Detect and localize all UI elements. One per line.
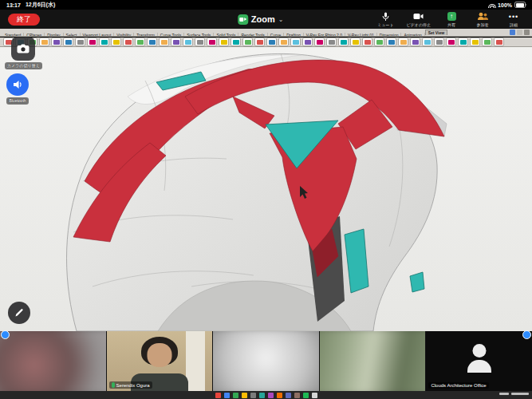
bluetooth-audio-button[interactable]: Bluetooth (6, 73, 29, 105)
shared-screen-viewport[interactable] (0, 47, 532, 331)
more-button[interactable]: ••• 詳細 (503, 12, 524, 27)
participant-tile[interactable] (0, 331, 106, 391)
toolbar-icon[interactable] (99, 38, 109, 46)
taskbar-app-icon[interactable] (286, 393, 291, 398)
menu-tab-transform[interactable]: Transform (134, 33, 158, 38)
mute-button[interactable]: ミュート (376, 12, 396, 27)
participant-tile[interactable] (213, 331, 319, 391)
toolbar-icon[interactable] (494, 38, 504, 46)
camera-switch-button[interactable]: カメラの切り替え (5, 37, 42, 69)
chevron-down-icon: ⌄ (278, 16, 284, 23)
toolbar-icon[interactable] (362, 38, 372, 46)
menu-tab-dimension[interactable]: Dimension (377, 33, 402, 38)
taskbar-app-icon[interactable] (277, 393, 282, 398)
tabbar-icon[interactable] (524, 30, 530, 35)
toolbar-icon[interactable] (374, 38, 384, 46)
annotate-button[interactable] (8, 302, 30, 324)
end-meeting-button[interactable]: 終了 (8, 14, 40, 26)
menu-tab-render-tools[interactable]: Render Tools (238, 33, 267, 38)
toolbar-icon[interactable] (386, 38, 396, 46)
participant-video (320, 331, 426, 391)
menu-tab-curve[interactable]: Curve (268, 33, 284, 38)
taskbar-app-icon[interactable] (303, 393, 309, 398)
participant-tile[interactable]: Clouds Architecture Office (426, 331, 532, 391)
participant-name: Clouds Architecture Office (428, 382, 488, 389)
taskbar-app-icon[interactable] (268, 393, 274, 398)
menu-tab-v-ray-light-01[interactable]: V-Ray Light 01 (345, 33, 377, 38)
share-button[interactable]: ↑ 共有 (441, 12, 462, 27)
menu-tab-display[interactable]: Display (45, 33, 63, 38)
toolbar-icon[interactable] (123, 38, 133, 46)
toolbar-icon[interactable] (75, 38, 85, 46)
toolbar-icon[interactable] (147, 38, 157, 46)
menu-tab-v-ray-for-rhino-2-0[interactable]: V-Ray For Rhino 2.0 (304, 33, 345, 38)
menu-tab-curve-tools[interactable]: Curve Tools (158, 33, 184, 38)
toolbar-icon[interactable] (135, 38, 145, 46)
zoom-title[interactable]: Zoom ⌄ (238, 10, 284, 29)
toolbar-icon[interactable] (422, 38, 432, 46)
taskbar-app-icon[interactable] (233, 393, 238, 398)
taskbar-app-icon[interactable] (312, 393, 317, 398)
mute-label: ミュート (377, 22, 393, 27)
status-date: 12月6日(水) (26, 1, 55, 9)
toolbar-icon[interactable] (111, 38, 121, 46)
toolbar-icon[interactable] (87, 38, 97, 46)
participant-video (213, 331, 319, 391)
menu-tab-animation[interactable]: Animation (401, 33, 424, 38)
toolbar-icon[interactable] (254, 38, 265, 46)
participants-button[interactable]: 参加者 (472, 12, 493, 27)
taskbar-app-icon[interactable] (242, 393, 247, 398)
rhino-toolbar (0, 38, 532, 47)
toolbar-icon[interactable] (171, 38, 181, 46)
menu-tab-select[interactable]: Select (64, 33, 81, 38)
filmstrip-handle-right[interactable] (522, 330, 531, 339)
toolbar-icon[interactable] (195, 38, 205, 46)
tabbar-icon[interactable] (510, 30, 515, 35)
person-face (147, 343, 171, 367)
toolbar-icon[interactable] (278, 38, 289, 46)
filmstrip-handle-left[interactable] (1, 330, 10, 339)
toolbar-icon[interactable] (219, 38, 229, 46)
toolbar-icon[interactable] (434, 38, 444, 46)
toolbar-icon[interactable] (290, 38, 301, 46)
toolbar-icon[interactable] (183, 38, 193, 46)
taskbar-tray (499, 393, 529, 395)
toolbar-icon[interactable] (482, 38, 492, 46)
toolbar-icon[interactable] (302, 38, 313, 46)
toolbar-icon[interactable] (314, 38, 325, 46)
taskbar-app-icon[interactable] (250, 393, 256, 398)
toolbar-icon[interactable] (63, 38, 73, 46)
taskbar-app-icon[interactable] (224, 393, 230, 398)
toolbar-icon[interactable] (231, 38, 241, 46)
menu-tab-surface-tools[interactable]: Surface Tools (184, 33, 214, 38)
tab-set-view[interactable]: Set View (425, 30, 447, 35)
toolbar-icon[interactable] (410, 38, 420, 46)
toolbar-icon[interactable] (51, 38, 61, 46)
toolbar-icon[interactable] (458, 38, 468, 46)
zoom-camera-icon (238, 14, 248, 25)
stop-video-button[interactable]: ビデオの停止 (407, 12, 431, 27)
menu-tab-drafting[interactable]: Drafting (284, 33, 304, 38)
tabbar-icon[interactable] (517, 30, 522, 35)
status-bar: 13:17 12月6日(水) 100% (0, 0, 532, 10)
toolbar-icon[interactable] (207, 38, 217, 46)
toolbar-icon[interactable] (159, 38, 169, 46)
toolbar-icon[interactable] (398, 38, 408, 46)
battery-percent: 100% (498, 2, 512, 8)
toolbar-icon[interactable] (350, 38, 361, 46)
toolbar-icon[interactable] (266, 38, 277, 46)
taskbar-app-icon[interactable] (215, 393, 221, 398)
toolbar-icon[interactable] (338, 38, 349, 46)
participant-tile[interactable]: Serendix Ogura (107, 331, 213, 391)
toolbar-icon[interactable] (470, 38, 480, 46)
participant-tile[interactable] (320, 331, 426, 391)
menu-tab-viewport-layout[interactable]: Viewport Layout (81, 33, 115, 38)
menu-tab-solid-tools[interactable]: Solid Tools (214, 33, 238, 38)
menu-tab-visibility[interactable]: Visibility (114, 33, 134, 38)
toolbar-icon[interactable] (326, 38, 337, 46)
toolbar-icon[interactable] (446, 38, 456, 46)
status-time: 13:17 (6, 2, 21, 8)
taskbar-app-icon[interactable] (294, 393, 300, 398)
toolbar-icon[interactable] (242, 38, 253, 46)
taskbar-app-icon[interactable] (259, 393, 265, 398)
